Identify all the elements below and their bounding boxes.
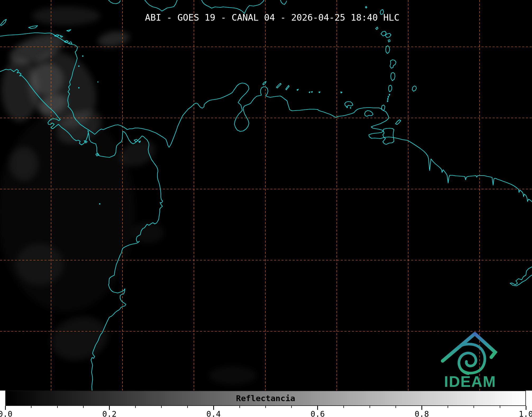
colorbar-minor-tick	[395, 406, 396, 408]
colorbar-minor-tick	[291, 406, 292, 408]
colorbar-minor-tick	[448, 406, 448, 408]
map-title: ABI - GOES 19 - CANAL 04 - 2026-04-25 18…	[145, 12, 399, 23]
colorbar-minor-tick	[239, 406, 240, 408]
colorbar-minor-tick	[265, 406, 266, 408]
colorbar-minor-tick	[57, 406, 58, 408]
colorbar-tick-label: 0.8	[415, 409, 429, 417]
colorbar-minor-tick	[187, 406, 188, 408]
colorbar-tick-label: 1.0	[519, 409, 532, 417]
colorbar-minor-tick	[474, 406, 474, 408]
colorbar-axis: 0.00.20.40.60.81.0	[0, 406, 532, 417]
colorbar-minor-tick	[135, 406, 136, 408]
colorbar-tick-label: 0.0	[0, 409, 12, 417]
colorbar-tick-label: 0.6	[311, 409, 325, 417]
colorbar-minor-tick	[161, 406, 162, 408]
colorbar-tick-label: 0.4	[206, 409, 221, 417]
colorbar-minor-tick	[31, 406, 31, 408]
reflectance-colorbar: Reflectancia	[5, 391, 526, 406]
ideam-logo-text: IDEAM	[444, 373, 496, 390]
satellite-product-page: { "map": { "title": "ABI - GOES 19 - CAN…	[0, 0, 532, 417]
satellite-map-area: IDEAM ABI - GOES 19 - CANAL 04 - 2026-04…	[0, 0, 532, 391]
ideam-mountain-icon	[443, 334, 495, 361]
colorbar-minor-tick	[343, 406, 344, 408]
colorbar-minor-tick	[370, 406, 370, 408]
satellite-map-canvas: IDEAM	[0, 0, 532, 391]
ideam-logo: IDEAM	[443, 334, 496, 390]
colorbar-minor-tick	[83, 406, 84, 408]
colorbar-tick-label: 0.2	[102, 409, 117, 417]
colorbar-minor-tick	[500, 406, 500, 408]
hurricane-spiral-icon	[458, 344, 485, 374]
cloud-field	[0, 7, 257, 385]
colorbar-label: Reflectancia	[236, 393, 295, 403]
